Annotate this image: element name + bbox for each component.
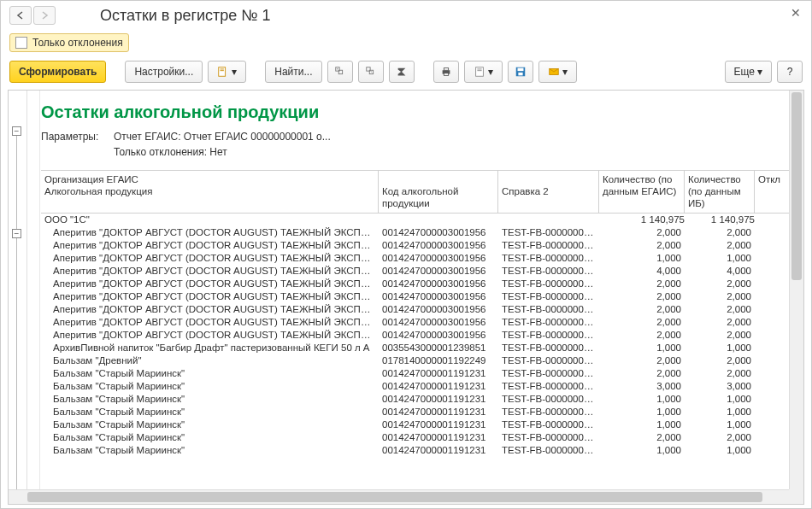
cell-code: 0014247000001191231 bbox=[379, 381, 498, 394]
more-button[interactable]: Еще ▾ bbox=[725, 61, 772, 83]
cell-ref: TEST-FB-000000003671 bbox=[498, 304, 599, 317]
table-row[interactable]: Аперитив "ДОКТОР АВГУСТ (DOCTOR AUGUST) … bbox=[41, 227, 803, 240]
cell-name: Бальзам "Старый Мариинск" bbox=[41, 381, 379, 394]
table-row[interactable]: Аперитив "ДОКТОР АВГУСТ (DOCTOR AUGUST) … bbox=[41, 291, 803, 304]
table-row[interactable]: Бальзам "Древний"0178140000001192249TEST… bbox=[41, 355, 803, 368]
cell-q2: 2,000 bbox=[685, 355, 755, 368]
cell-ref: TEST-FB-000000003671 bbox=[498, 432, 599, 445]
help-button[interactable]: ? bbox=[777, 61, 803, 83]
table-row[interactable]: Аперитив "ДОКТОР АВГУСТ (DOCTOR AUGUST) … bbox=[41, 240, 803, 253]
forward-button[interactable] bbox=[33, 6, 56, 25]
cell-name: Бальзам "Старый Мариинск" bbox=[41, 407, 379, 419]
cell-q1: 2,000 bbox=[599, 227, 685, 240]
cell-code: 0014247000001191231 bbox=[379, 394, 498, 407]
cell-ref: TEST-FB-000000003671 bbox=[498, 253, 599, 266]
cell-code: 0014247000003001956 bbox=[379, 253, 498, 266]
vertical-scrollbar[interactable] bbox=[789, 91, 803, 489]
sigma-icon bbox=[396, 66, 408, 78]
cell-dev bbox=[755, 227, 787, 240]
table-row[interactable]: Бальзам "Старый Мариинск"001424700000119… bbox=[41, 368, 803, 381]
header-product-label: Алкогольная продукция bbox=[44, 186, 374, 198]
cell-q1: 2,000 bbox=[599, 368, 685, 381]
back-button[interactable] bbox=[9, 6, 32, 25]
page-icon bbox=[217, 66, 229, 78]
printer-icon bbox=[440, 66, 452, 78]
table-row[interactable]: Аперитив "ДОКТОР АВГУСТ (DOCTOR AUGUST) … bbox=[41, 253, 803, 266]
checkbox-icon bbox=[15, 37, 27, 49]
table-row[interactable]: Бальзам "Старый Мариинск"001424700000119… bbox=[41, 407, 803, 419]
table-row[interactable]: Бальзам "Старый Мариинск"001424700000119… bbox=[41, 394, 803, 407]
cell-dev bbox=[755, 240, 787, 253]
sum-button[interactable] bbox=[389, 61, 415, 83]
scrollbar-thumb[interactable] bbox=[791, 92, 802, 280]
params-label: Параметры: bbox=[41, 131, 114, 143]
header-ref: Справка 2 bbox=[498, 171, 599, 213]
cell-q2: 2,000 bbox=[685, 330, 755, 342]
header-org-label: Организация ЕГАИС bbox=[44, 174, 374, 186]
print-button[interactable] bbox=[433, 61, 459, 83]
cell-q2: 1,000 bbox=[685, 407, 755, 419]
table-row[interactable]: Аперитив "ДОКТОР АВГУСТ (DOCTOR AUGUST) … bbox=[41, 278, 803, 291]
envelope-icon bbox=[548, 66, 560, 78]
cell-dev bbox=[755, 407, 787, 419]
cell-dev bbox=[755, 304, 787, 317]
cell-q1: 2,000 bbox=[599, 304, 685, 317]
cell-q2: 2,000 bbox=[685, 291, 755, 304]
cell-q2: 2,000 bbox=[685, 304, 755, 317]
header-ref-label: Справка 2 bbox=[502, 186, 595, 198]
table-row[interactable]: Бальзам "Старый Мариинск"001424700000119… bbox=[41, 419, 803, 432]
cell-code: 0014247000003001956 bbox=[379, 317, 498, 330]
cell-q2: 1,000 bbox=[685, 419, 755, 432]
report-area: − − Остатки алкогольной продукции Параме… bbox=[8, 90, 804, 505]
table-row[interactable]: АрхивПивной напиток "Багбир Драфт" пасте… bbox=[41, 342, 803, 355]
table-row[interactable]: Аперитив "ДОКТОР АВГУСТ (DOCTOR AUGUST) … bbox=[41, 304, 803, 317]
cell-ref: TEST-FB-000000003671 bbox=[498, 445, 599, 458]
cell-q1: 2,000 bbox=[599, 330, 685, 342]
collapse-toggle[interactable]: − bbox=[12, 126, 21, 136]
cell-code: 0014247000003001956 bbox=[379, 240, 498, 253]
table-row[interactable]: Бальзам "Старый Мариинск"001424700000119… bbox=[41, 432, 803, 445]
table-row[interactable]: Бальзам "Старый Мариинск"001424700000119… bbox=[41, 445, 803, 458]
header-dev: Откл bbox=[755, 171, 787, 213]
cell-dev bbox=[755, 253, 787, 266]
outline-line bbox=[16, 238, 17, 505]
collapse-toggle[interactable]: − bbox=[12, 229, 21, 238]
cell-code: 0014247000001191231 bbox=[379, 432, 498, 445]
table-row[interactable]: Аперитив "ДОКТОР АВГУСТ (DOCTOR AUGUST) … bbox=[41, 317, 803, 330]
preview-button[interactable]: ▾ bbox=[464, 61, 503, 83]
cell-code: 0014247000001191231 bbox=[379, 407, 498, 419]
table-row[interactable]: Аперитив "ДОКТОР АВГУСТ (DOCTOR AUGUST) … bbox=[41, 330, 803, 342]
cell-q1: 1,000 bbox=[599, 419, 685, 432]
form-button[interactable]: Сформировать bbox=[9, 61, 106, 83]
cell-q1: 2,000 bbox=[599, 240, 685, 253]
table-row[interactable]: Бальзам "Старый Мариинск"001424700000119… bbox=[41, 381, 803, 394]
settings-button[interactable]: Настройки... bbox=[125, 61, 203, 83]
save-button[interactable] bbox=[508, 61, 533, 83]
cell-q2: 2,000 bbox=[685, 278, 755, 291]
params-row: Параметры: Отчет ЕГАИС: Отчет ЕГАИС 0000… bbox=[41, 129, 803, 144]
cell-q2: 1,000 bbox=[685, 253, 755, 266]
floppy-icon bbox=[515, 66, 527, 78]
collapse-all-button[interactable] bbox=[358, 61, 384, 83]
variants-button[interactable]: ▾ bbox=[208, 61, 246, 83]
cell-ref: TEST-FB-000000003671 bbox=[498, 266, 599, 278]
send-button[interactable]: ▾ bbox=[538, 61, 577, 83]
horizontal-scrollbar[interactable] bbox=[9, 489, 789, 504]
expand-icon bbox=[334, 66, 346, 78]
table-row[interactable]: Аперитив "ДОКТОР АВГУСТ (DOCTOR AUGUST) … bbox=[41, 266, 803, 278]
find-button[interactable]: Найти... bbox=[265, 61, 321, 83]
cell-q2: 1,000 bbox=[685, 342, 755, 355]
scrollbar-thumb[interactable] bbox=[27, 492, 762, 502]
only-deviations-checkbox[interactable]: Только отклонения bbox=[9, 33, 129, 52]
cell-dev bbox=[755, 355, 787, 368]
cell-q1: 1,000 bbox=[599, 394, 685, 407]
filter-row: Только отклонения bbox=[1, 30, 811, 56]
cell-code: 0014247000001191231 bbox=[379, 368, 498, 381]
org-name: ООО "1С" bbox=[44, 214, 603, 226]
cell-name: Аперитив "ДОКТОР АВГУСТ (DOCTOR AUGUST) … bbox=[41, 266, 379, 278]
cell-name: Аперитив "ДОКТОР АВГУСТ (DOCTOR AUGUST) … bbox=[41, 240, 379, 253]
org-row[interactable]: ООО "1С" 1 140,975 1 140,975 bbox=[41, 214, 803, 227]
cell-name: Аперитив "ДОКТОР АВГУСТ (DOCTOR AUGUST) … bbox=[41, 253, 379, 266]
expand-all-button[interactable] bbox=[327, 61, 353, 83]
close-icon[interactable]: ✕ bbox=[791, 6, 801, 20]
